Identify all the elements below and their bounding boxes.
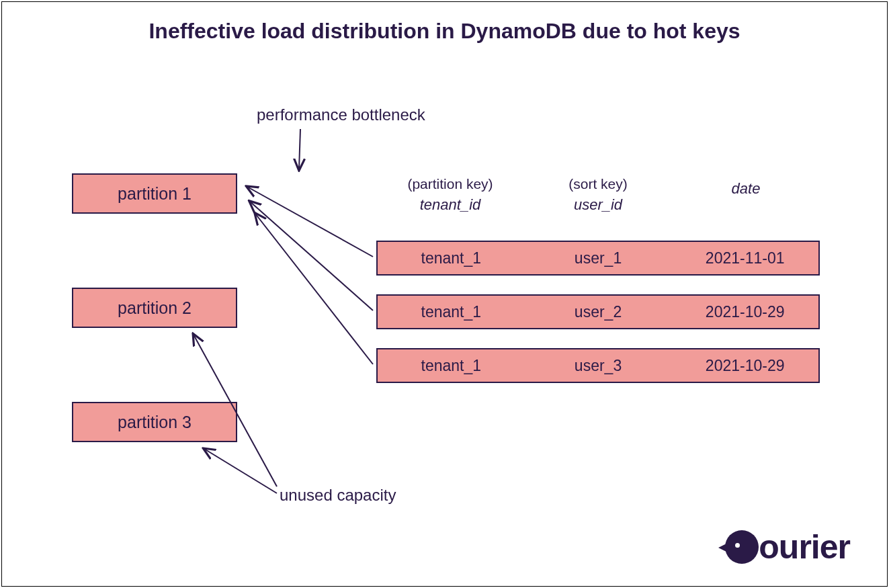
table-header-date: date (672, 176, 820, 198)
cell-date: 2021-11-01 (671, 249, 818, 267)
cell-tenant: tenant_1 (378, 249, 525, 267)
partition-label: partition 1 (118, 184, 192, 204)
table-header-partition-key: (partition key) tenant_id (376, 176, 524, 214)
cell-user: user_2 (525, 303, 672, 321)
cell-date: 2021-10-29 (671, 357, 818, 375)
cell-user: user_1 (525, 249, 672, 267)
courier-logo: ourier (725, 528, 850, 566)
header-name: date (672, 180, 820, 198)
table-header-sort-key: (sort key) user_id (524, 176, 672, 214)
header-name: tenant_id (376, 196, 524, 214)
bird-icon (725, 530, 759, 564)
cell-date: 2021-10-29 (671, 303, 818, 321)
diagram-title: Ineffective load distribution in DynamoD… (0, 19, 889, 44)
partition-box-2: partition 2 (72, 288, 237, 328)
header-paren: (partition key) (376, 176, 524, 192)
cell-user: user_3 (525, 357, 672, 375)
partition-box-1: partition 1 (72, 173, 237, 214)
annotation-unused: unused capacity (280, 486, 396, 505)
table-row: tenant_1 user_3 2021-10-29 (376, 348, 820, 383)
cell-tenant: tenant_1 (378, 357, 525, 375)
partition-label: partition 2 (118, 298, 192, 318)
partition-box-3: partition 3 (72, 402, 237, 442)
header-name: user_id (524, 196, 672, 214)
table-row: tenant_1 user_2 2021-10-29 (376, 294, 820, 329)
table-row: tenant_1 user_1 2021-11-01 (376, 241, 820, 276)
logo-text: ourier (759, 528, 850, 566)
partition-label: partition 3 (118, 413, 192, 432)
cell-tenant: tenant_1 (378, 303, 525, 321)
annotation-bottleneck: performance bottleneck (257, 106, 425, 124)
header-paren: (sort key) (524, 176, 672, 192)
